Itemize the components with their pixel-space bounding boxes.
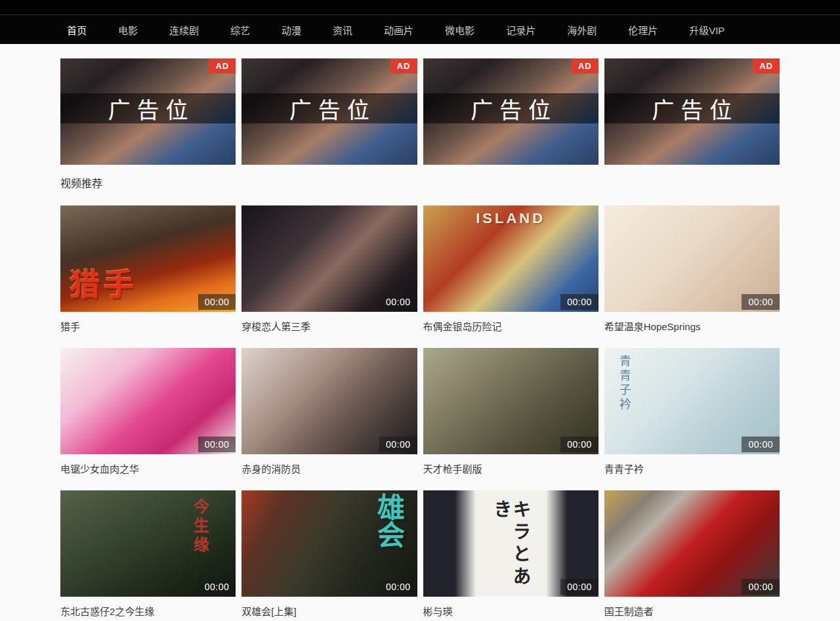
video-card[interactable]: 00:00 赤身的消防员	[242, 348, 417, 476]
nav-item-home[interactable]: 首页	[67, 23, 87, 37]
poster-art-text: ISLAND	[423, 211, 598, 226]
video-thumbnail: 猎手 00:00	[60, 205, 236, 312]
video-thumbnail: 00:00	[423, 348, 598, 454]
ad-banner[interactable]: AD 广告位	[423, 58, 598, 165]
ad-label: 广告位	[102, 93, 195, 125]
ad-placeholder-band: 广告位	[60, 93, 236, 123]
ad-badge: AD	[209, 58, 236, 74]
video-title: 穿梭恋人第三季	[242, 320, 417, 333]
nav-item-microfilm[interactable]: 微电影	[445, 23, 474, 37]
poster-art-text: 青青子衿	[618, 354, 630, 412]
video-thumbnail: 00:00	[604, 205, 780, 312]
nav-item-upgrade-vip[interactable]: 升级VIP	[689, 23, 724, 37]
ad-badge: AD	[390, 58, 417, 74]
video-card[interactable]: 00:00 天才枪手剧版	[423, 348, 598, 476]
video-title: 赤身的消防员	[242, 462, 417, 476]
video-thumbnail: 青青子衿 00:00	[604, 348, 780, 454]
video-thumbnail: ISLAND 00:00	[423, 205, 598, 312]
section-title-video-recommend: 视频推荐	[60, 177, 780, 191]
duration-badge: 00:00	[742, 579, 780, 595]
duration-badge: 00:00	[198, 294, 236, 310]
video-thumbnail: 00:00	[242, 205, 417, 312]
duration-badge: 00:00	[379, 294, 417, 310]
poster-art-text: 猎手	[70, 268, 138, 300]
video-thumbnail: 00:00	[604, 490, 780, 597]
poster-art-text: 雄会	[373, 493, 402, 548]
video-title: 青青子衿	[604, 462, 780, 476]
ad-banner[interactable]: AD 广告位	[242, 58, 417, 165]
duration-badge: 00:00	[198, 579, 236, 595]
duration-badge: 00:00	[742, 437, 780, 452]
video-card[interactable]: 今生缘 00:00 东北古惑仔2之今生缘	[60, 490, 236, 618]
video-thumbnail: 00:00	[60, 348, 236, 454]
video-title: 国王制造者	[604, 605, 780, 618]
top-black-bar	[0, 0, 840, 14]
duration-badge: 00:00	[198, 437, 236, 452]
video-card[interactable]: キラとあき 00:00 彬与瑛	[423, 490, 598, 618]
video-card[interactable]: ISLAND 00:00 布偶金银岛历险记	[423, 205, 598, 333]
video-title: 电锯少女血肉之华	[60, 462, 236, 476]
video-card[interactable]: 00:00 穿梭恋人第三季	[242, 205, 417, 333]
nav-list: 首页 电影 连续剧 综艺 动漫 资讯 动画片 微电影 记录片 海外剧 伦理片 升…	[60, 15, 780, 44]
video-card[interactable]: 雄会 00:00 双雄会[上集]	[242, 490, 417, 618]
nav-item-anime[interactable]: 动漫	[282, 23, 301, 37]
poster-art-text: 今生缘	[192, 498, 208, 555]
video-card[interactable]: 青青子衿 00:00 青青子衿	[604, 348, 780, 476]
ad-badge: AD	[572, 58, 598, 74]
video-thumbnail: 今生缘 00:00	[60, 490, 236, 597]
video-title: 彬与瑛	[423, 605, 598, 618]
nav-item-ethics[interactable]: 伦理片	[628, 23, 658, 37]
duration-badge: 00:00	[560, 579, 598, 595]
video-thumbnail: キラとあき 00:00	[423, 490, 598, 597]
ad-label: 广告位	[464, 93, 557, 125]
video-card[interactable]: 猎手 00:00 猎手	[60, 205, 236, 333]
ad-placeholder-band: 广告位	[423, 93, 598, 123]
video-card[interactable]: 00:00 国王制造者	[604, 490, 780, 618]
video-title: 双雄会[上集]	[242, 605, 417, 618]
ad-label: 广告位	[283, 93, 376, 125]
nav-item-news[interactable]: 资讯	[333, 23, 352, 37]
video-grid: 猎手 00:00 猎手 00:00 穿梭恋人第三季 ISLAND 00:00 布…	[60, 205, 780, 621]
video-title: 天才枪手剧版	[423, 462, 598, 476]
ad-placeholder-band: 广告位	[242, 93, 417, 123]
video-title: 布偶金银岛历险记	[423, 320, 598, 333]
duration-badge: 00:00	[379, 437, 417, 452]
nav-item-variety[interactable]: 综艺	[230, 23, 250, 37]
duration-badge: 00:00	[560, 294, 598, 310]
ad-placeholder-band: 广告位	[604, 93, 780, 123]
nav-item-movies[interactable]: 电影	[118, 23, 138, 37]
ad-label: 广告位	[645, 93, 738, 125]
video-title: 希望温泉HopeSprings	[604, 320, 780, 333]
duration-badge: 00:00	[742, 294, 780, 310]
nav-item-documentary[interactable]: 记录片	[506, 23, 536, 37]
nav-item-series[interactable]: 连续剧	[169, 23, 199, 37]
ad-badge: AD	[753, 58, 780, 74]
video-title: 猎手	[60, 320, 236, 333]
ad-banner[interactable]: AD 广告位	[604, 58, 780, 165]
duration-badge: 00:00	[379, 579, 417, 595]
nav-item-cartoon[interactable]: 动画片	[384, 23, 413, 37]
ad-banner[interactable]: AD 广告位	[60, 58, 236, 165]
poster-art-text: キラとあき	[492, 500, 530, 597]
nav-item-overseas[interactable]: 海外剧	[567, 23, 597, 37]
video-card[interactable]: 00:00 电锯少女血肉之华	[60, 348, 236, 476]
video-thumbnail: 雄会 00:00	[242, 490, 417, 597]
video-title: 东北古惑仔2之今生缘	[60, 605, 236, 618]
page-content: AD 广告位 AD 广告位 AD 广告位 AD 广告位 视频推荐	[60, 58, 780, 621]
video-thumbnail: 00:00	[242, 348, 417, 454]
duration-badge: 00:00	[560, 437, 598, 452]
main-navbar: 首页 电影 连续剧 综艺 动漫 资讯 动画片 微电影 记录片 海外剧 伦理片 升…	[0, 14, 840, 44]
video-card[interactable]: 00:00 希望温泉HopeSprings	[604, 205, 780, 333]
ad-banner-row: AD 广告位 AD 广告位 AD 广告位 AD 广告位	[60, 58, 780, 165]
